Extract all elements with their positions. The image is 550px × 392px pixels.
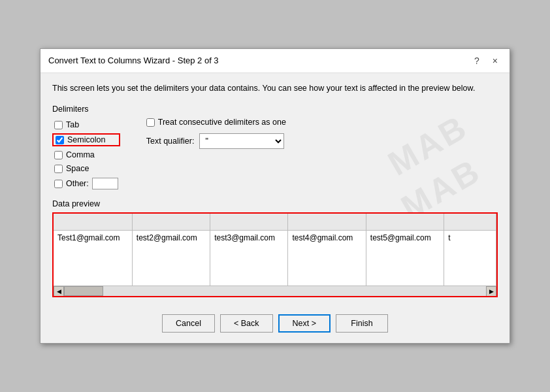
tab-checkbox[interactable] [54, 121, 63, 129]
cancel-button[interactable]: Cancel [162, 314, 215, 333]
consecutive-checkbox[interactable] [146, 118, 155, 127]
delimiters-group: Delimiters Tab Semicolon Comma Space [52, 105, 120, 190]
scrollbar-thumb[interactable] [64, 286, 103, 296]
description-text: This screen lets you set the delimiters … [52, 82, 498, 95]
delimiters-section: Delimiters Tab Semicolon Comma Space [52, 105, 498, 190]
delimiters-label: Delimiters [52, 105, 120, 114]
qualifier-select[interactable]: " ' {none} [199, 133, 284, 149]
qualifier-label: Text qualifier: [146, 137, 195, 146]
preview-col-header-3 [288, 214, 366, 230]
other-input[interactable] [92, 178, 118, 189]
preview-section: Data preview Test1@gmail.com [52, 199, 498, 297]
preview-table-wrapper: Test1@gmail.com test2@gmail.com test3@gm… [54, 214, 496, 296]
next-button[interactable]: Next > [278, 314, 331, 333]
space-checkbox-row[interactable]: Space [52, 163, 120, 174]
title-bar: Convert Text to Columns Wizard - Step 2 … [40, 49, 510, 73]
semicolon-checkbox[interactable] [56, 136, 64, 144]
other-label: Other: [66, 179, 89, 188]
tab-checkbox-row[interactable]: Tab [52, 120, 120, 130]
horizontal-scrollbar[interactable]: ◀ ▶ [54, 286, 496, 296]
comma-label: Comma [66, 150, 95, 159]
consecutive-row[interactable]: Treat consecutive delimiters as one [146, 118, 286, 127]
dialog-title: Convert Text to Columns Wizard - Step 2 … [48, 56, 219, 65]
qualifier-row: Text qualifier: " ' {none} [146, 133, 286, 149]
scroll-left-arrow[interactable]: ◀ [54, 286, 64, 297]
back-button[interactable]: < Back [220, 314, 273, 333]
preview-col-header-0 [54, 214, 132, 230]
other-row: Other: [52, 177, 120, 190]
help-button[interactable]: ? [470, 54, 483, 67]
semicolon-label: Semicolon [67, 135, 105, 144]
preview-header-row [54, 214, 496, 230]
comma-checkbox[interactable] [54, 151, 63, 159]
dialog-body: MAB MAB This screen lets you set the del… [40, 73, 510, 307]
dialog-window: Convert Text to Columns Wizard - Step 2 … [40, 48, 510, 344]
preview-table: Test1@gmail.com test2@gmail.com test3@gm… [54, 214, 496, 296]
button-bar: Cancel < Back Next > Finish [40, 306, 510, 343]
preview-label: Data preview [52, 199, 498, 208]
preview-col-header-1 [132, 214, 210, 230]
preview-col-header-4 [366, 214, 444, 230]
scrollbar-track[interactable] [64, 286, 486, 296]
space-label: Space [66, 164, 89, 173]
options-group: Treat consecutive delimiters as one Text… [146, 105, 286, 149]
consecutive-label: Treat consecutive delimiters as one [158, 118, 286, 127]
finish-button[interactable]: Finish [336, 314, 388, 333]
tab-label: Tab [66, 120, 79, 129]
preview-col-header-2 [210, 214, 288, 230]
comma-checkbox-row[interactable]: Comma [52, 150, 120, 160]
preview-col-header-5 [444, 214, 496, 230]
other-checkbox[interactable] [54, 180, 63, 188]
space-checkbox[interactable] [54, 165, 63, 173]
title-bar-controls: ? × [470, 54, 502, 67]
semicolon-checkbox-row[interactable]: Semicolon [52, 133, 120, 146]
scroll-right-arrow[interactable]: ▶ [486, 286, 496, 297]
close-button[interactable]: × [489, 54, 502, 67]
preview-border: Test1@gmail.com test2@gmail.com test3@gm… [52, 212, 498, 297]
